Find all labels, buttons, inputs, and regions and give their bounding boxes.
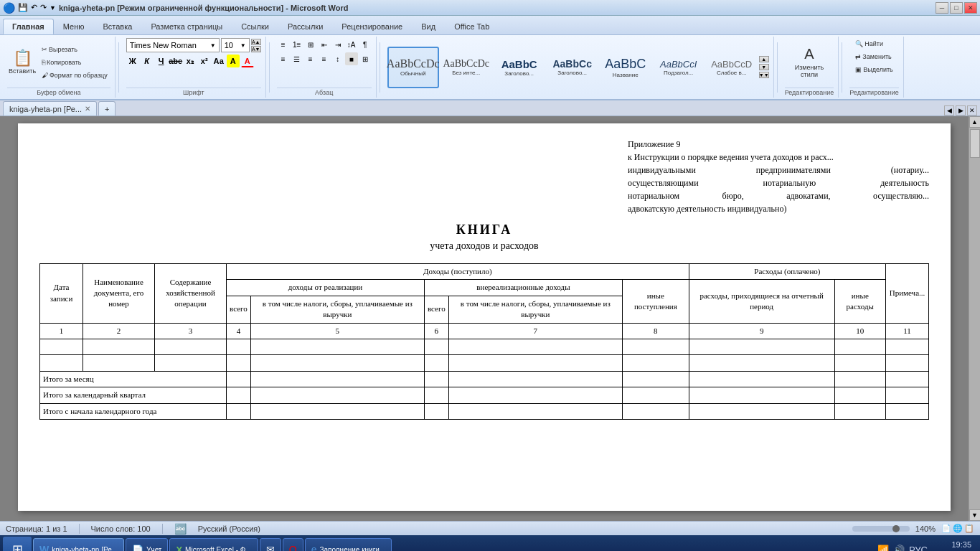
ribbon-tabs[interactable]: Главная Меню Вставка Разметка страницы С… (0, 16, 980, 34)
change-styles-icon: A (804, 46, 814, 62)
zoom-thumb[interactable] (892, 525, 900, 532)
taskbar-excel[interactable]: X Microsoft Excel - Ф... (169, 538, 258, 551)
tab-mailings[interactable]: Рассылки (278, 19, 332, 34)
paste-button[interactable]: 📋 Вставить (7, 42, 37, 83)
show-marks-button[interactable]: ¶ (359, 38, 372, 51)
copy-button[interactable]: ⎘ Копировать (39, 57, 110, 68)
quick-access[interactable]: 💾 ↶ ↷ ▼ (18, 3, 56, 12)
style-normal[interactable]: AaBbCcDc Обычный (387, 47, 439, 88)
taskbar-uchet-icon: 📄 (132, 545, 143, 552)
taskbar-uchet[interactable]: 📄 Учет (126, 538, 168, 551)
undo-quick[interactable]: ↶ (31, 3, 37, 12)
minimize-button[interactable]: ─ (936, 2, 948, 14)
scroll-track[interactable] (969, 128, 980, 509)
select-button[interactable]: ▣ Выделить (852, 64, 896, 75)
align-center-button[interactable]: ☰ (291, 52, 303, 65)
total-month-label: Итого за месяц (40, 371, 227, 387)
scrollbar-right[interactable]: ▲ ▼ (969, 116, 980, 521)
font-size-increase[interactable]: A▲ (251, 39, 261, 45)
style-title[interactable]: AaBbC Название (600, 47, 651, 88)
highlight-button[interactable]: A (227, 55, 240, 67)
document-page[interactable]: Приложение 9 к Инструкции о порядке веде… (18, 123, 951, 511)
view-outline-btn[interactable]: 📋 (964, 524, 974, 533)
status-words: Число слов: 100 (91, 524, 151, 533)
styles-expand[interactable]: ▼▼ (759, 72, 769, 78)
line-spacing-button[interactable]: ↕ (331, 52, 344, 65)
tab-menu[interactable]: Меню (54, 19, 94, 34)
scroll-up-btn[interactable]: ▲ (969, 116, 981, 128)
start-button[interactable]: ⊞ (3, 537, 32, 551)
zoom-slider[interactable] (852, 526, 910, 532)
doc-nav-prev[interactable]: ◀ (944, 105, 954, 116)
doc-close[interactable]: ✕ (967, 105, 977, 116)
bullets-button[interactable]: ≡ (277, 38, 290, 51)
th-expenses: Расходы (оплачено) (689, 264, 885, 280)
replace-button[interactable]: ⇄ Заменить (852, 51, 894, 62)
subscript-button[interactable]: x₂ (184, 55, 197, 67)
increase-indent-button[interactable]: ⇥ (331, 38, 344, 51)
scroll-down-btn[interactable]: ▼ (969, 509, 981, 521)
data-2-9 (689, 355, 834, 371)
superscript-button[interactable]: x² (198, 55, 211, 67)
redo-quick[interactable]: ↷ (40, 3, 47, 12)
taskbar-opera[interactable]: O (283, 538, 303, 551)
drop-quick[interactable]: ▼ (50, 4, 56, 11)
find-button[interactable]: 🔍 Найти (852, 38, 886, 50)
bold-button[interactable]: Ж (126, 55, 139, 67)
tab-review[interactable]: Рецензирование (332, 19, 412, 34)
cut-button[interactable]: ✂ Вырезать (39, 44, 110, 55)
close-button[interactable]: ✕ (964, 2, 977, 14)
maximize-button[interactable]: □ (950, 2, 963, 14)
status-sep-1 (79, 524, 80, 534)
italic-button[interactable]: К (141, 55, 154, 67)
doc-tab-main[interactable]: kniga-yheta-pn [Ре... ✕ (3, 101, 97, 116)
appendix-line1: Приложение 9 (628, 138, 929, 151)
font-color-button[interactable]: A (241, 55, 254, 67)
font-name-selector[interactable]: Times New Roman ▼ (126, 38, 220, 52)
view-web-btn[interactable]: 🌐 (953, 524, 963, 533)
tab-references[interactable]: Ссылки (232, 19, 278, 34)
numbering-button[interactable]: 1≡ (291, 38, 303, 51)
align-right-button[interactable]: ≡ (304, 52, 317, 65)
styles-down[interactable]: ▼ (759, 64, 769, 70)
underline-button[interactable]: Ч (155, 55, 168, 67)
align-left-button[interactable]: ≡ (277, 52, 290, 65)
tab-view[interactable]: Вид (412, 19, 445, 34)
taskbar-browser[interactable]: e Заполнение книги... (305, 538, 392, 551)
multilevel-button[interactable]: ⊞ (304, 38, 317, 51)
taskbar-word[interactable]: W kniga-yheta-pn [Ре... (33, 538, 124, 551)
scroll-thumb[interactable] (970, 129, 980, 158)
style-heading1[interactable]: AaBbC Заголово... (494, 47, 545, 88)
strikethrough-button[interactable]: abe (169, 55, 182, 67)
data-1-2 (83, 339, 155, 354)
data-2-2 (83, 355, 155, 371)
window-controls[interactable]: ─ □ ✕ (936, 2, 977, 14)
borders-button[interactable]: ⊞ (359, 52, 372, 65)
font-size-selector[interactable]: 10 ▼ (221, 38, 250, 52)
sort-button[interactable]: ↕A (345, 38, 358, 51)
tab-officetab[interactable]: Office Tab (445, 19, 499, 34)
tab-insert[interactable]: Вставка (93, 19, 141, 34)
tab-layout[interactable]: Разметка страницы (141, 19, 232, 34)
th-realization: доходы от реализации (227, 280, 425, 296)
doc-nav-next[interactable]: ▶ (956, 105, 966, 116)
styles-up[interactable]: ▲ (759, 56, 769, 62)
format-painter-button[interactable]: 🖌 Формат по образцу (39, 70, 110, 81)
save-quick[interactable]: 💾 (18, 3, 28, 12)
change-styles-button[interactable]: A Изменить стили (791, 42, 827, 83)
th-content: Содержание хозяйственной операции (155, 264, 227, 324)
style-subtle[interactable]: AaBbCcD Слабое в... (706, 47, 758, 88)
doc-tab-close[interactable]: ✕ (85, 105, 90, 113)
doc-tab-new[interactable]: + (98, 101, 116, 116)
tab-home[interactable]: Главная (3, 19, 54, 34)
shading-button[interactable]: ■ (345, 52, 358, 65)
style-subtitle[interactable]: AaBbCcI Подзагол... (653, 47, 705, 88)
view-print-btn[interactable]: 📄 (941, 524, 951, 533)
justify-button[interactable]: ≡ (318, 52, 331, 65)
style-heading2[interactable]: AaBbCc Заголово... (547, 47, 598, 88)
decrease-indent-button[interactable]: ⇤ (318, 38, 331, 51)
font-size-decrease[interactable]: A▼ (251, 46, 261, 52)
style-no-spacing[interactable]: AaBbCcDc Без инте... (440, 47, 492, 88)
change-case-button[interactable]: Аа (212, 55, 225, 67)
taskbar-mail[interactable]: ✉ (260, 538, 281, 551)
